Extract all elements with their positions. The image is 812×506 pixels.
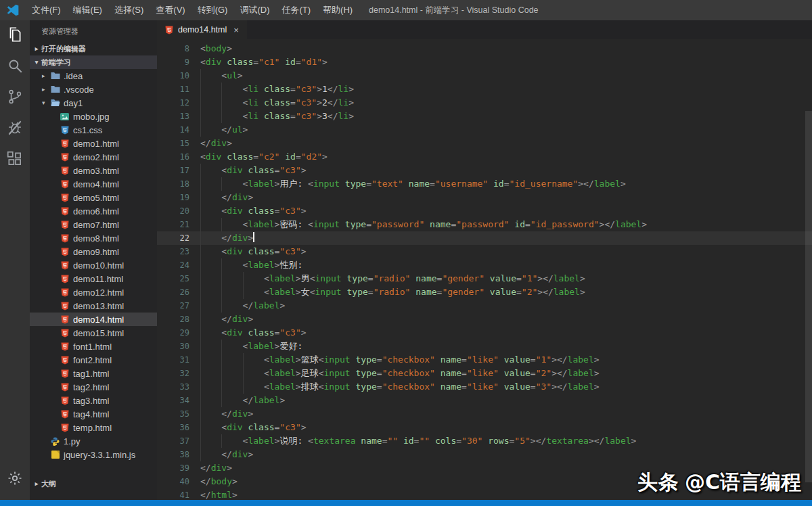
image-icon	[60, 112, 70, 121]
code-text: </div>	[200, 137, 812, 150]
line-number: 38	[157, 448, 200, 461]
watermark: 头条@C语言编程	[637, 469, 801, 497]
tree-item-tag3-html[interactable]: tag3.html	[30, 394, 157, 407]
html-icon	[60, 315, 70, 324]
tree-item-1-py[interactable]: 1.py	[30, 434, 157, 448]
editor-group: demo14.html× 8<body>9<div class="c1" id=…	[157, 20, 812, 500]
close-icon[interactable]: ×	[233, 25, 239, 35]
code-line-14: 14 </ul>	[157, 123, 812, 137]
tree-item-demo6-html[interactable]: demo6.html	[30, 204, 157, 218]
line-number: 34	[157, 394, 200, 407]
html-icon	[60, 396, 70, 405]
menu-item-查看-v[interactable]: 查看(V)	[150, 0, 191, 20]
tree-item-temp-html[interactable]: temp.html	[30, 421, 157, 434]
tree-item-day1[interactable]: ▾day1	[30, 96, 157, 110]
tree-item-demo8-html[interactable]: demo8.html	[30, 231, 157, 245]
tree-item-label: font2.html	[73, 355, 112, 365]
tree-item-font2-html[interactable]: font2.html	[30, 353, 157, 367]
activity-explorer[interactable]	[0, 20, 30, 51]
code-line-9: 9<div class="c1" id="d1">	[157, 55, 812, 69]
extensions-icon	[6, 150, 24, 170]
tree-item-demo3-html[interactable]: demo3.html	[30, 164, 157, 177]
menu-item-调试-d[interactable]: 调试(D)	[233, 0, 275, 20]
code-line-38: 38 </div>	[157, 448, 812, 461]
section-open-editors[interactable]: ▸ 打开的编辑器	[30, 42, 157, 55]
line-number: 37	[157, 434, 200, 448]
code-editor[interactable]: 8<body>9<div class="c1" id="d1">10 <ul>1…	[157, 39, 812, 500]
line-number: 40	[157, 475, 200, 488]
activity-debug[interactable]	[0, 114, 30, 145]
code-text: <li class="c3">1</li>	[200, 83, 812, 96]
tree-item-demo12-html[interactable]: demo12.html	[30, 285, 157, 299]
code-text: </div>	[200, 313, 812, 326]
tree-item-demo13-html[interactable]: demo13.html	[30, 299, 157, 313]
menu-item-任务-t[interactable]: 任务(T)	[275, 0, 317, 20]
tree-item-label: tag1.html	[73, 369, 109, 379]
settings-gear-button[interactable]	[0, 465, 30, 495]
search-icon	[6, 57, 24, 77]
tree-item-demo10-html[interactable]: demo10.html	[30, 258, 157, 272]
line-number: 20	[157, 204, 200, 218]
css-icon	[60, 125, 70, 135]
html-icon	[60, 288, 70, 297]
tree-item-label: 1.py	[64, 436, 81, 446]
tree-item-cs1-css[interactable]: cs1.css	[30, 123, 157, 137]
gear-icon	[7, 470, 23, 489]
code-line-26: 26 <label>女<input type="radio" name="gen…	[157, 285, 812, 299]
code-text: <div class="c1" id="d1">	[200, 55, 812, 69]
tree-item-demo1-html[interactable]: demo1.html	[30, 137, 157, 150]
tree-item-demo7-html[interactable]: demo7.html	[30, 218, 157, 231]
html-icon	[60, 233, 70, 243]
js-icon	[50, 450, 60, 459]
menu-item-选择-s[interactable]: 选择(S)	[108, 0, 150, 20]
code-text: <label>男<input type="radio" name="gender…	[200, 272, 812, 285]
tree-item-demo9-html[interactable]: demo9.html	[30, 245, 157, 258]
code-line-30: 30 <label>爱好:	[157, 340, 812, 353]
code-text: </label>	[200, 299, 812, 313]
activity-extensions[interactable]	[0, 145, 30, 176]
line-number: 21	[157, 218, 200, 231]
activity-search[interactable]	[0, 51, 30, 83]
tree-item-demo11-html[interactable]: demo11.html	[30, 272, 157, 285]
code-line-23: 23 <div class="c3">	[157, 245, 812, 258]
chevron-right-icon: ▸	[32, 45, 41, 52]
scrollbar[interactable]	[805, 58, 812, 500]
tree-item-mobo-jpg[interactable]: mobo.jpg	[30, 110, 157, 123]
tree-item-demo4-html[interactable]: demo4.html	[30, 177, 157, 191]
code-text: </ul>	[200, 123, 812, 137]
tree-item-demo15-html[interactable]: demo15.html	[30, 326, 157, 340]
tab-demo14-html[interactable]: demo14.html×	[157, 20, 247, 39]
tree-item-font1-html[interactable]: font1.html	[30, 340, 157, 353]
tree-item-idea[interactable]: ▸.idea	[30, 69, 157, 83]
code-text: <label>性别:	[200, 258, 812, 272]
tree-item-demo5-html[interactable]: demo5.html	[30, 191, 157, 204]
scrollbar-thumb[interactable]	[805, 111, 812, 482]
menu-item-转到-g[interactable]: 转到(G)	[191, 0, 234, 20]
line-number: 31	[157, 353, 200, 367]
folder-icon	[50, 71, 60, 80]
line-number: 35	[157, 407, 200, 421]
tree-item-label: temp.html	[73, 423, 112, 433]
tree-item-demo14-html[interactable]: demo14.html	[30, 313, 157, 326]
tree-item-tag4-html[interactable]: tag4.html	[30, 407, 157, 421]
code-line-18: 18 <label>用户: <input type="text" name="u…	[157, 177, 812, 191]
chevron-right-icon: ▸	[42, 86, 50, 93]
tree-item-label: demo7.html	[73, 220, 119, 230]
tab-label: demo14.html	[178, 25, 227, 34]
tree-item-vscode[interactable]: ▸.vscode	[30, 83, 157, 96]
menu-item-文件-f[interactable]: 文件(F)	[26, 0, 67, 20]
line-number: 36	[157, 421, 200, 434]
git-branch-icon	[6, 88, 24, 108]
code-text: </div>	[200, 407, 812, 421]
tree-item-tag1-html[interactable]: tag1.html	[30, 367, 157, 380]
activity-source-control[interactable]	[0, 83, 30, 114]
code-line-32: 32 <label>足球<input type="checkbox" name=…	[157, 367, 812, 380]
section-workspace[interactable]: ▾ 前端学习	[30, 55, 157, 69]
tree-item-jquery-3-3-1-min-js[interactable]: jquery-3.3.1.min.js	[30, 448, 157, 461]
line-number: 8	[157, 42, 200, 55]
tree-item-demo2-html[interactable]: demo2.html	[30, 150, 157, 164]
section-outline[interactable]: ▸ 大纲	[30, 477, 157, 490]
menu-item-编辑-e[interactable]: 编辑(E)	[67, 0, 108, 20]
tree-item-tag2-html[interactable]: tag2.html	[30, 380, 157, 394]
menu-item-帮助-h[interactable]: 帮助(H)	[317, 0, 359, 20]
